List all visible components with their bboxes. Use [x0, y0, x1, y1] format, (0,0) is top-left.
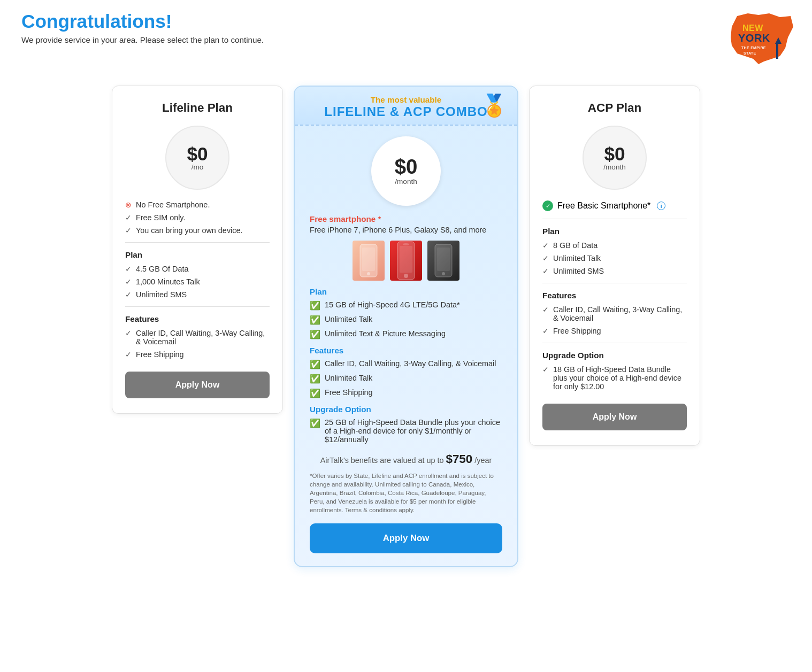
svg-rect-1 [776, 43, 778, 59]
lifeline-voicemail: ✓ Caller ID, Call Waiting, 3-Way Calling… [125, 329, 270, 346]
combo-unlimited-talk: ✅ Unlimited Talk [310, 374, 502, 384]
svg-point-13 [403, 243, 409, 245]
phone-images [310, 241, 502, 281]
lifeline-shipping: ✓ Free Shipping [125, 350, 270, 359]
lifeline-sim-only: ✓ Free SIM only. [125, 213, 270, 222]
orange-check-icon: ✅ [310, 374, 320, 384]
page-header: Congratulations! We provide service in y… [21, 11, 791, 69]
phone-image-3 [427, 241, 459, 281]
combo-fine-print: *Offer varies by State, Lifeline and ACP… [310, 472, 502, 515]
combo-free-smartphone-desc: Free iPhone 7, iPhone 6 Plus, Galaxy S8,… [310, 226, 502, 234]
asterisk: * [376, 214, 381, 223]
header-text: Congratulations! We provide service in y… [21, 11, 264, 44]
combo-data: ✅ 15 GB of High-Speed 4G LTE/5G Data* [310, 300, 502, 311]
lifeline-no-smartphone: ⊗ No Free Smartphone. [125, 200, 270, 209]
svg-point-9 [367, 272, 370, 275]
check-icon: ✓ [125, 290, 132, 299]
svg-text:YORK: YORK [738, 32, 770, 44]
page-title: Congratulations! [21, 11, 264, 32]
combo-body: $0 /month Free smartphone * Free iPhone … [295, 126, 517, 566]
combo-shipping: ✅ Free Shipping [310, 388, 502, 398]
combo-apply-button[interactable]: Apply Now [310, 523, 502, 553]
check-icon: ✓ [542, 267, 549, 275]
combo-text: ✅ Unlimited Text & Picture Messaging [310, 329, 502, 339]
lifeline-talk: ✓ 1,000 Minutes Talk [125, 277, 270, 286]
combo-talk: ✅ Unlimited Talk [310, 315, 502, 325]
svg-text:THE EMPIRE: THE EMPIRE [741, 46, 766, 50]
ny-logo: NEW YORK THE EMPIRE STATE [726, 11, 791, 69]
combo-per: /month [395, 177, 417, 186]
acp-talk: ✓ Unlimited Talk [542, 254, 687, 262]
check-icon: ✓ [542, 327, 549, 335]
check-icon: ✓ [125, 213, 132, 222]
svg-text:STATE: STATE [744, 51, 756, 55]
lifeline-price-circle: $0 /mo [165, 126, 229, 190]
svg-point-12 [404, 274, 408, 278]
combo-plan-section-label: Plan [310, 287, 502, 296]
combo-upgrade-option: ✅ 25 GB of High-Speed Data Bundle plus y… [310, 418, 502, 444]
orange-check-icon: ✅ [310, 315, 320, 325]
plans-container: Lifeline Plan $0 /mo ⊗ No Free Smartphon… [21, 86, 791, 567]
cross-icon: ⊗ [125, 200, 132, 209]
svg-text:NEW: NEW [742, 24, 763, 33]
orange-check-icon: ✅ [310, 359, 320, 369]
check-icon: ✓ [125, 350, 132, 359]
green-check-circle-icon: ✓ [542, 200, 553, 211]
combo-free-smartphone-label: Free smartphone * [310, 214, 502, 223]
medal-icon: 🏅 [481, 93, 508, 118]
orange-check-icon: ✅ [310, 300, 320, 311]
combo-benefits-line: AirTalk's benefits are valued at up to $… [310, 452, 502, 466]
acp-free-smartphone: ✓ Free Basic Smartphone* i [542, 200, 687, 211]
svg-point-16 [442, 272, 445, 275]
acp-plan-section-label: Plan [542, 227, 687, 236]
phone-image-1 [353, 241, 385, 281]
info-icon: i [657, 202, 665, 210]
check-icon: ✓ [125, 329, 132, 337]
page-subtitle: We provide service in your area. Please … [21, 35, 264, 44]
phone-image-2 [390, 241, 422, 281]
acp-upgrade-section-label: Upgrade Option [542, 351, 687, 360]
acp-plan-title: ACP Plan [542, 101, 687, 115]
svg-rect-8 [362, 248, 375, 271]
combo-most-valuable-label: The most valuable [305, 95, 507, 104]
lifeline-data: ✓ 4.5 GB Of Data [125, 265, 270, 273]
check-icon: ✓ [542, 305, 549, 314]
check-icon: ✓ [542, 254, 549, 262]
lifeline-plan-card: Lifeline Plan $0 /mo ⊗ No Free Smartphon… [112, 86, 283, 414]
check-icon: ✓ [125, 277, 132, 286]
orange-check-icon: ✅ [310, 388, 320, 398]
combo-plan-card: The most valuable LIFELINE & ACP COMBO 🏅… [294, 86, 518, 567]
acp-apply-button[interactable]: Apply Now [542, 404, 687, 430]
acp-voicemail: ✓ Caller ID, Call Waiting, 3-Way Calling… [542, 305, 687, 322]
acp-shipping: ✓ Free Shipping [542, 327, 687, 335]
check-icon: ✓ [542, 241, 549, 250]
combo-features-section-label: Features [310, 346, 502, 355]
acp-price-circle: $0 /month [583, 126, 647, 190]
acp-price: $0 [604, 144, 625, 163]
combo-title: LIFELINE & ACP COMBO [305, 104, 507, 119]
combo-upgrade-section-label: Upgrade Option [310, 405, 502, 414]
lifeline-per: /mo [191, 163, 204, 171]
check-icon: ✓ [125, 226, 132, 235]
lifeline-price: $0 [187, 144, 208, 163]
acp-features-section-label: Features [542, 291, 687, 300]
acp-data: ✓ 8 GB of Data [542, 241, 687, 250]
combo-price-circle: $0 /month [371, 136, 441, 206]
lifeline-features-section-label: Features [125, 314, 270, 323]
acp-plan-card: ACP Plan $0 /month ✓ Free Basic Smartpho… [529, 86, 700, 446]
svg-rect-15 [437, 248, 450, 271]
combo-price: $0 [395, 157, 418, 177]
lifeline-plan-title: Lifeline Plan [125, 101, 270, 115]
lifeline-sms: ✓ Unlimited SMS [125, 290, 270, 299]
svg-rect-11 [400, 246, 412, 273]
orange-check-icon: ✅ [310, 329, 320, 339]
acp-per: /month [603, 163, 626, 171]
lifeline-plan-section-label: Plan [125, 250, 270, 259]
check-icon: ✓ [542, 365, 549, 374]
acp-sms: ✓ Unlimited SMS [542, 267, 687, 275]
check-icon: ✓ [125, 265, 132, 273]
lifeline-byod: ✓ You can bring your own device. [125, 226, 270, 235]
lifeline-apply-button[interactable]: Apply Now [125, 372, 270, 398]
acp-upgrade-option: ✓ 18 GB of High-Speed Data Bundle plus y… [542, 365, 687, 391]
combo-voicemail: ✅ Caller ID, Call Waiting, 3-Way Calling… [310, 359, 502, 369]
